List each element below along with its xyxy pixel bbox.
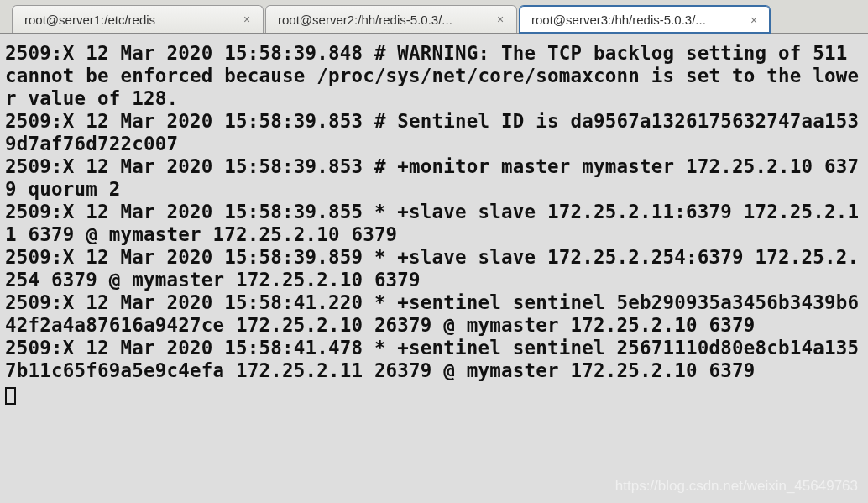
tab-label-server2: root@server2:/hh/redis-5.0.3/... [278,13,486,27]
close-icon[interactable]: × [746,13,761,28]
close-icon[interactable]: × [239,12,254,27]
tab-label-server1: root@server1:/etc/redis [24,13,233,27]
terminal-text: 2509:X 12 Mar 2020 15:58:39.848 # WARNIN… [5,42,859,381]
tab-label-server3: root@server3:/hh/redis-5.0.3/... [531,13,740,27]
terminal-output-area[interactable]: 2509:X 12 Mar 2020 15:58:39.848 # WARNIN… [0,34,868,503]
tab-server2[interactable]: root@server2:/hh/redis-5.0.3/... × [265,5,517,33]
tab-bar: root@server1:/etc/redis × root@server2:/… [0,0,868,34]
close-icon[interactable]: × [493,12,508,27]
watermark-text: https://blog.csdn.net/weixin_45649763 [615,478,858,495]
terminal-cursor [5,387,16,405]
tab-server1[interactable]: root@server1:/etc/redis × [12,5,264,33]
tab-server3[interactable]: root@server3:/hh/redis-5.0.3/... × [519,5,771,34]
